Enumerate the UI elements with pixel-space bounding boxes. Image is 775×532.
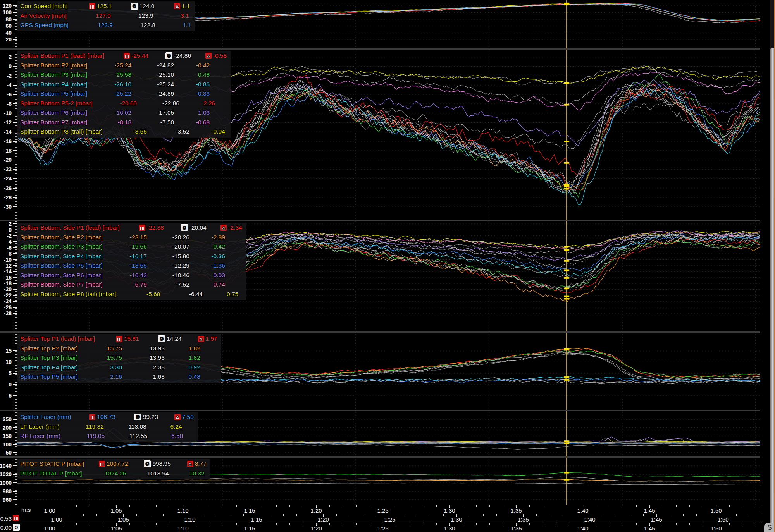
time-tick-label: 1:30 bbox=[451, 516, 462, 523]
reference-trace-splitter-laser-mm bbox=[17, 444, 760, 449]
legend-row-splitter-top-p5-mbar[interactable]: Splitter Top P5 [mbar]2.161.680.48 bbox=[20, 372, 217, 382]
y-axis-splitter-bottom[interactable]: 20-2-4-6-8-10-12-14-16-18-20-22-24-26-28… bbox=[0, 50, 17, 220]
channel-name: Splitter Bottom P6 [mbar] bbox=[20, 109, 93, 116]
legend-row-splitter-bottom-side-p6-mbar[interactable]: Splitter Bottom, Side P6 [mbar]-10.43-10… bbox=[20, 271, 242, 280]
y-axis-tick-label: -6 bbox=[7, 245, 12, 251]
plot-area-splitter-top[interactable]: Splitter Top P1 (lead) [mbar]15.81O14.24… bbox=[17, 333, 760, 410]
legend-row-splitter-bottom-side-p3-mbar[interactable]: Splitter Bottom, Side P3 [mbar]-19.66-20… bbox=[20, 242, 242, 252]
y-axis-major-tick bbox=[13, 197, 17, 198]
channel-name: Air Velocity [mph] bbox=[20, 12, 73, 19]
legend-row-splitter-top-p4-mbar[interactable]: Splitter Top P4 [mbar]3.302.380.92 bbox=[20, 363, 217, 372]
delta-value: 6.50 bbox=[150, 432, 183, 439]
channel-name: Corr Speed [mph] bbox=[20, 3, 74, 10]
legend-row-lf-laser-mm[interactable]: LF Laser (mm)119.32113.086.24 bbox=[20, 422, 194, 432]
cursor-marker bbox=[564, 277, 569, 279]
time-tick-label: 1:00 bbox=[51, 516, 62, 523]
delta-value-icon: △ bbox=[198, 336, 204, 342]
delta-value: 6.24 bbox=[149, 423, 182, 430]
y-axis-tick-label: -16 bbox=[4, 275, 12, 281]
delta-value: 0.75 bbox=[205, 291, 238, 298]
y-axis-major-tick bbox=[13, 307, 17, 308]
time-tick-label: 1:10 bbox=[177, 525, 188, 532]
legend-row-splitter-bottom-side-p8-tail-mbar[interactable]: Splitter Bottom, Side P8 (tail) [mbar]-5… bbox=[20, 290, 242, 299]
plot-area-pitot[interactable]: PITOT STATIC P [mbar]1007.72O998.95△8.77… bbox=[17, 458, 760, 505]
legend-row-splitter-bottom-p4-mbar[interactable]: Splitter Bottom P4 [mbar]-26.10-25.24-0.… bbox=[20, 80, 227, 89]
delta-value-icon: △ bbox=[187, 461, 193, 467]
y-axis-major-tick bbox=[13, 289, 17, 290]
reference-value-icon: O bbox=[181, 224, 188, 231]
channel-name: Splitter Top P1 (lead) [mbar] bbox=[20, 335, 101, 342]
y-axis-major-tick bbox=[13, 444, 17, 445]
legend-row-splitter-top-p2-mbar[interactable]: Splitter Top P2 [mbar]15.7513.931.82 bbox=[20, 344, 217, 354]
plot-area-splitter-bottom-side[interactable]: Splitter Bottom, Side P1 (lead) [mbar]-2… bbox=[17, 221, 760, 331]
time-axis-row-master[interactable]: 1:001:051:101:151:201:251:301:351:401:45… bbox=[0, 505, 775, 514]
current-value: 1024.26 bbox=[91, 470, 126, 477]
legend-row-splitter-bottom-side-p4-mbar[interactable]: Splitter Bottom, Side P4 [mbar]-16.17-15… bbox=[20, 252, 242, 261]
legend-row-splitter-bottom-p6-mbar[interactable]: Splitter Bottom P6 [mbar]-16.02-17.051.0… bbox=[20, 108, 227, 118]
legend-row-splitter-top-p3-mbar[interactable]: Splitter Top P3 [mbar]15.7513.931.82 bbox=[20, 353, 217, 363]
delta-value: -0.68 bbox=[176, 119, 210, 126]
time-axis-ticks: 1:001:051:101:151:201:251:301:351:401:45… bbox=[17, 523, 760, 532]
y-axis-major-tick bbox=[13, 206, 17, 207]
legend-row-splitter-bottom-p5-mbar[interactable]: Splitter Bottom P5 [mbar]-25.22-24.89-0.… bbox=[20, 89, 227, 99]
legend-row-splitter-bottom-p3-mbar[interactable]: Splitter Bottom P3 [mbar]-25.58-25.100.4… bbox=[20, 70, 227, 80]
legend-row-splitter-bottom-p8-trail-mbar[interactable]: Splitter Bottom P8 (trail) [mbar]-3.55-3… bbox=[20, 127, 227, 137]
cursor-marker bbox=[564, 296, 569, 297]
legend-row-splitter-bottom-side-p1-lead-mbar[interactable]: Splitter Bottom, Side P1 (lead) [mbar]-2… bbox=[20, 223, 242, 233]
time-axis-row-reference[interactable]: 1:001:051:101:151:201:251:301:351:401:45… bbox=[0, 523, 775, 532]
y-axis-major-tick bbox=[13, 160, 17, 160]
legend-row-splitter-bottom-side-p2-mbar[interactable]: Splitter Bottom, Side P2 [mbar]-23.15-20… bbox=[20, 233, 242, 242]
legend-row-splitter-top-p1-lead-mbar[interactable]: Splitter Top P1 (lead) [mbar]15.81O14.24… bbox=[20, 334, 217, 344]
y-axis-minor-ticks bbox=[15, 411, 17, 456]
legend-row-pitot-static-p-mbar[interactable]: PITOT STATIC P [mbar]1007.72O998.95△8.77 bbox=[20, 459, 207, 469]
delta-value: 1.82 bbox=[167, 345, 200, 352]
delta-value: 0.92 bbox=[167, 364, 200, 371]
plot-area-splitter-bottom[interactable]: Splitter Bottom P1 (lead) [mbar]-25.44O-… bbox=[17, 50, 760, 220]
legend-row-splitter-bottom-p7-mbar[interactable]: Splitter Bottom P7 [mbar]-8.18-7.50-0.68 bbox=[20, 118, 227, 127]
legend-row-rf-laser-mm[interactable]: RF Laser (mm)119.05112.556.50 bbox=[20, 431, 194, 441]
reference-value-icon: O bbox=[158, 335, 165, 342]
legend-row-splitter-bottom-p1-lead-mbar[interactable]: Splitter Bottom P1 (lead) [mbar]-25.44O-… bbox=[20, 51, 227, 61]
time-tick-label: 1:50 bbox=[710, 507, 722, 514]
cursor-marker bbox=[564, 472, 569, 474]
time-tick-label: 1:40 bbox=[584, 516, 595, 523]
y-axis-major-tick bbox=[13, 169, 17, 170]
legend-row-gps-speed-mph[interactable]: GPS Speed [mph]123.9122.81.1 bbox=[20, 21, 191, 30]
plot-area-speed[interactable]: Corr Speed [mph]125.1O124.0△1.1Air Veloc… bbox=[17, 0, 760, 48]
y-axis-tick-label: 0 bbox=[9, 63, 12, 69]
plot-area-lasers[interactable]: Splitter Laser (mm)106.73O99.23△7.50LF L… bbox=[17, 411, 760, 456]
time-tick-label: 1:45 bbox=[644, 525, 655, 532]
channel-name: Splitter Bottom P1 (lead) [mbar] bbox=[20, 52, 110, 59]
legend-row-splitter-bottom-side-p7-mbar[interactable]: Splitter Bottom, Side P7 [mbar]-6.79-7.5… bbox=[20, 280, 242, 290]
current-value: -16.02 bbox=[96, 109, 131, 116]
y-axis-speed[interactable]: 12010080604020 bbox=[0, 0, 17, 48]
y-axis-tick-label: 1040 bbox=[0, 463, 12, 469]
y-axis-major-tick bbox=[13, 12, 17, 13]
legend-row-air-velocity-mph[interactable]: Air Velocity [mph]127.0123.93.1 bbox=[20, 11, 191, 21]
channel-name: GPS Speed [mph] bbox=[20, 22, 75, 29]
legend-row-splitter-bottom-p2-mbar[interactable]: Splitter Bottom P2 [mbar]-25.24-24.82-0.… bbox=[20, 61, 227, 70]
corner-tab-button[interactable]: S bbox=[764, 523, 775, 532]
y-axis-splitter-bottom-side[interactable]: 20-2-4-6-8-10-12-14-16-18-20-22-24-26-28 bbox=[0, 221, 17, 331]
delta-value-icon: △ bbox=[220, 225, 227, 231]
y-axis-lasers[interactable]: 25020015010050 bbox=[0, 411, 17, 456]
cursor-marker bbox=[564, 185, 569, 187]
y-axis-tick-label: 960 bbox=[3, 497, 12, 503]
legend-row-splitter-laser-mm[interactable]: Splitter Laser (mm)106.73O99.23△7.50 bbox=[20, 412, 194, 422]
cursor-marker bbox=[564, 443, 569, 444]
legend-row-splitter-bottom-p5-2-mbar[interactable]: Splitter Bottom P5-2 [mbar]-20.60-22.862… bbox=[20, 99, 227, 108]
time-axis-row-current[interactable]: 1:001:051:101:151:201:251:301:351:401:45… bbox=[0, 514, 775, 523]
y-axis-splitter-top[interactable]: 151050-5 bbox=[0, 333, 17, 410]
delta-value: △-0.58 bbox=[193, 52, 227, 59]
legend-row-pitot-total-p-mbar[interactable]: PITOT TOTAL P [mbar]1024.261013.9410.32 bbox=[20, 469, 207, 479]
time-tick-label: 1:35 bbox=[510, 525, 522, 532]
y-axis-pitot[interactable]: 104010201000980960 bbox=[0, 458, 17, 505]
time-axis: 1:001:051:101:151:201:251:301:351:401:45… bbox=[0, 505, 775, 532]
cursor-marker bbox=[564, 288, 569, 289]
current-value-icon bbox=[89, 414, 95, 420]
y-axis-minor-ticks bbox=[15, 0, 17, 48]
current-value: -25.44 bbox=[113, 52, 148, 59]
legend-row-corr-speed-mph[interactable]: Corr Speed [mph]125.1O124.0△1.1 bbox=[20, 2, 191, 11]
time-tick-label: 1:15 bbox=[244, 507, 255, 514]
legend-row-splitter-bottom-side-p5-mbar[interactable]: Splitter Bottom, Side P5 [mbar]-13.65-12… bbox=[20, 261, 242, 271]
